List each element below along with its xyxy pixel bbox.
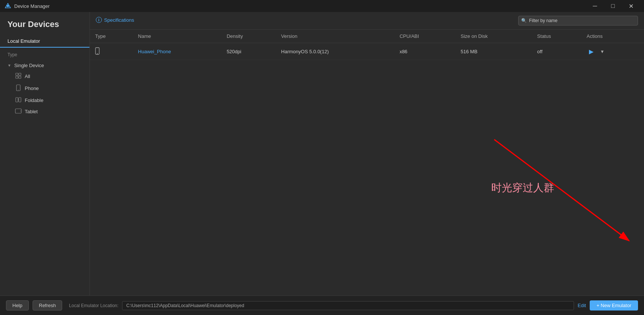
sidebar: Your Devices Local Emulator Type ▼ Singl… [0,12,90,296]
col-actions: Actions [581,30,644,43]
col-name: Name [133,30,222,43]
col-version: Version [276,30,394,43]
tree-item-tablet-label: Tablet [25,109,38,114]
tree-item-foldable-label: Foldable [25,98,43,103]
table-header-row: Type Name Density Version CPU/ABI Size o… [90,30,644,43]
specifications-tab[interactable]: i Specifications [96,17,134,24]
tablet-icon [15,108,22,115]
app-title: Device Manager [14,3,586,9]
chevron-down-icon: ▼ [7,63,11,68]
location-label: Local Emulator Location: [69,303,118,308]
app-logo [4,3,11,9]
row-status-cell: off [532,43,581,60]
actions-cell: ▶ ▾ [587,47,639,56]
tree-group-label-text: Single Device [14,63,44,68]
refresh-button[interactable]: Refresh [33,300,63,310]
row-cpu-cell: x86 [394,43,455,60]
svg-rect-4 [16,76,18,78]
tree-item-phone[interactable]: Phone [0,82,89,94]
grid-icon [15,73,22,80]
main-container: Your Devices Local Emulator Type ▼ Singl… [0,12,644,296]
phone-type-icon [95,50,100,56]
row-density-cell: 520dpi [221,43,276,60]
svg-rect-2 [16,73,18,75]
help-button[interactable]: Help [6,300,29,310]
row-size-cell: 516 MB [455,43,532,60]
tree-group-single-device[interactable]: ▼ Single Device [0,60,89,70]
svg-rect-9 [19,98,21,102]
sidebar-item-local-emulator[interactable]: Local Emulator [0,35,89,48]
foldable-icon [15,97,22,104]
edit-link[interactable]: Edit [578,303,586,308]
sidebar-type-label: Type [0,48,89,59]
col-density: Density [221,30,276,43]
tree-item-tablet[interactable]: Tablet [0,106,89,117]
col-size: Size on Disk [455,30,532,43]
sidebar-heading: Your Devices [0,20,89,35]
device-table: Type Name Density Version CPU/ABI Size o… [90,30,644,296]
filter-input[interactable] [518,16,638,26]
tree-item-all-label: All [25,74,30,79]
col-cpu: CPU/ABI [394,30,455,43]
close-button[interactable]: ✕ [622,0,640,12]
tree-item-all[interactable]: All [0,70,89,82]
title-bar: Device Manager ─ □ ✕ [0,0,644,12]
svg-rect-5 [19,76,21,78]
svg-point-7 [18,90,19,90]
bottom-bar: Help Refresh Local Emulator Location: Ed… [0,296,644,315]
row-name-cell[interactable]: Huawei_Phone [133,43,222,60]
search-icon: 🔍 [521,18,527,23]
info-icon: i [96,17,102,23]
table-row: Huawei_Phone 520dpi HarmonyOS 5.0.0(12) … [90,43,644,60]
svg-point-12 [20,111,21,111]
row-actions-cell: ▶ ▾ [581,43,644,60]
device-name-link[interactable]: Huawei_Phone [138,49,171,54]
row-type-cell [90,43,133,60]
svg-rect-3 [19,73,21,75]
svg-rect-8 [16,98,18,102]
minimize-button[interactable]: ─ [586,0,604,12]
row-version-cell: HarmonyOS 5.0.0(12) [276,43,394,60]
sidebar-tree: ▼ Single Device All [0,59,89,118]
dropdown-button[interactable]: ▾ [598,47,607,56]
svg-point-14 [97,53,98,54]
toolbar: i Specifications 🔍 [90,12,644,30]
specifications-tab-label: Specifications [104,17,134,23]
tree-item-foldable[interactable]: Foldable [0,94,89,106]
maximize-button[interactable]: □ [604,0,622,12]
window-controls: ─ □ ✕ [586,0,640,12]
location-input[interactable] [122,301,574,310]
filter-wrap: 🔍 [518,16,638,26]
tree-item-phone-label: Phone [25,86,39,91]
new-emulator-button[interactable]: + New Emulator [590,300,638,310]
phone-icon [15,84,22,92]
col-status: Status [532,30,581,43]
play-button[interactable]: ▶ [587,47,596,56]
content-wrapper: i Specifications 🔍 Type Name Density Ver… [90,12,644,296]
svg-point-1 [7,5,9,7]
col-type: Type [90,30,133,43]
